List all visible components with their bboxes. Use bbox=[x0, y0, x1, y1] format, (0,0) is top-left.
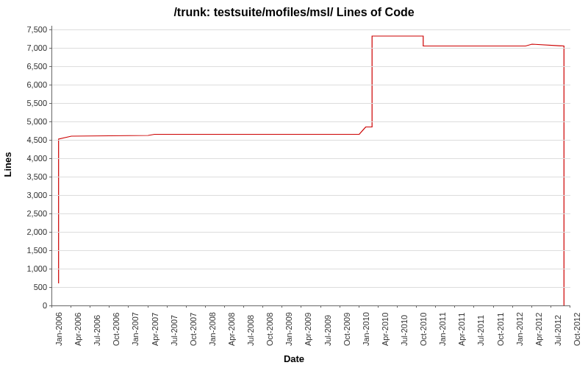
series-line bbox=[59, 36, 564, 305]
x-tick-label: Jul-2006 bbox=[93, 315, 101, 346]
chart-container: /trunk: testsuite/mofiles/msl/ Lines of … bbox=[0, 0, 588, 368]
y-tick-label: 5,500 bbox=[10, 99, 47, 107]
y-tick-mark bbox=[49, 66, 51, 67]
x-tick-label: Jul-2012 bbox=[553, 315, 562, 346]
y-tick-label: 3,000 bbox=[10, 191, 47, 199]
x-tick-mark bbox=[454, 305, 455, 308]
y-tick-mark bbox=[49, 103, 51, 104]
x-tick-mark bbox=[243, 305, 244, 308]
gridline bbox=[52, 103, 570, 104]
x-tick-label: Apr-2009 bbox=[304, 313, 312, 346]
gridline bbox=[52, 158, 570, 159]
x-tick-label: Oct-2010 bbox=[419, 313, 428, 346]
gridline bbox=[52, 177, 570, 177]
x-tick-label: Oct-2006 bbox=[112, 313, 121, 346]
x-tick-mark bbox=[493, 305, 494, 308]
x-tick-label: Jan-2009 bbox=[284, 312, 293, 346]
x-tick-label: Jul-2007 bbox=[170, 315, 179, 346]
gridline bbox=[52, 213, 570, 214]
x-tick-label: Jul-2011 bbox=[476, 315, 485, 346]
x-tick-mark bbox=[186, 305, 187, 308]
y-tick-label: 1,000 bbox=[10, 264, 47, 273]
x-tick-label: Oct-2009 bbox=[343, 313, 351, 346]
y-tick-label: 4,000 bbox=[10, 154, 47, 163]
x-tick-mark bbox=[90, 305, 90, 308]
y-tick-label: 500 bbox=[10, 283, 47, 291]
y-tick-mark bbox=[49, 140, 51, 141]
gridline bbox=[52, 48, 570, 49]
x-tick-mark bbox=[359, 305, 359, 308]
x-tick-label: Oct-2012 bbox=[573, 313, 581, 346]
y-tick-label: 0 bbox=[10, 301, 47, 310]
y-tick-mark bbox=[49, 250, 51, 251]
x-tick-label: Apr-2006 bbox=[74, 313, 82, 346]
x-tick-label: Jan-2006 bbox=[54, 312, 63, 346]
x-tick-label: Apr-2012 bbox=[534, 313, 543, 346]
x-tick-mark bbox=[128, 305, 129, 308]
x-tick-label: Jan-2011 bbox=[438, 312, 447, 346]
y-tick-mark bbox=[49, 158, 51, 159]
gridline bbox=[52, 121, 570, 122]
x-tick-mark bbox=[301, 305, 301, 308]
y-tick-label: 6,000 bbox=[10, 80, 47, 89]
y-tick-label: 7,000 bbox=[10, 43, 47, 52]
x-tick-mark bbox=[282, 305, 282, 308]
x-tick-label: Apr-2007 bbox=[151, 313, 159, 346]
y-tick-mark bbox=[49, 269, 51, 269]
x-tick-mark bbox=[262, 305, 263, 308]
x-tick-mark bbox=[397, 305, 398, 308]
x-tick-label: Jul-2009 bbox=[323, 315, 332, 346]
gridline bbox=[52, 195, 570, 196]
x-tick-label: Oct-2008 bbox=[265, 313, 274, 346]
x-tick-mark bbox=[416, 305, 417, 308]
plot-area bbox=[51, 26, 570, 306]
y-tick-mark bbox=[49, 29, 51, 30]
y-tick-label: 5,000 bbox=[10, 117, 47, 126]
y-tick-label: 7,500 bbox=[10, 25, 47, 34]
x-tick-mark bbox=[51, 305, 52, 308]
gridline bbox=[52, 269, 570, 269]
x-tick-mark bbox=[320, 305, 321, 308]
x-tick-label: Apr-2008 bbox=[227, 313, 236, 346]
x-tick-label: Oct-2007 bbox=[189, 313, 198, 346]
y-tick-mark bbox=[49, 121, 51, 122]
y-tick-mark bbox=[49, 85, 51, 85]
y-tick-label: 2,000 bbox=[10, 227, 47, 236]
y-tick-label: 2,500 bbox=[10, 209, 47, 218]
y-tick-label: 1,500 bbox=[10, 246, 47, 255]
y-tick-label: 6,500 bbox=[10, 62, 47, 71]
y-tick-mark bbox=[49, 195, 51, 196]
x-tick-label: Jan-2007 bbox=[131, 312, 140, 346]
chart-title: /trunk: testsuite/mofiles/msl/ Lines of … bbox=[0, 6, 588, 19]
y-tick-label: 4,500 bbox=[10, 135, 47, 144]
gridline bbox=[52, 66, 570, 67]
x-tick-mark bbox=[570, 305, 570, 308]
x-tick-mark bbox=[109, 305, 110, 308]
line-series bbox=[52, 26, 570, 305]
y-tick-mark bbox=[49, 48, 51, 49]
x-tick-mark bbox=[167, 305, 168, 308]
x-tick-mark bbox=[378, 305, 379, 308]
x-tick-label: Jul-2008 bbox=[246, 315, 255, 346]
x-tick-mark bbox=[340, 305, 340, 308]
x-tick-label: Jul-2010 bbox=[400, 315, 409, 346]
x-tick-mark bbox=[551, 305, 551, 308]
x-tick-mark bbox=[205, 305, 206, 308]
x-tick-label: Apr-2011 bbox=[457, 313, 466, 346]
x-tick-mark bbox=[224, 305, 225, 308]
y-tick-mark bbox=[49, 213, 51, 214]
x-tick-label: Jan-2010 bbox=[362, 312, 370, 346]
x-tick-label: Oct-2011 bbox=[496, 313, 505, 346]
x-tick-mark bbox=[512, 305, 513, 308]
y-tick-mark bbox=[49, 232, 51, 233]
y-tick-label: 3,500 bbox=[10, 172, 47, 181]
x-tick-mark bbox=[148, 305, 148, 308]
gridline bbox=[52, 287, 570, 288]
x-tick-label: Jan-2008 bbox=[208, 312, 217, 346]
x-tick-mark bbox=[473, 305, 474, 308]
gridline bbox=[52, 85, 570, 85]
x-tick-mark bbox=[531, 305, 532, 308]
x-tick-mark bbox=[435, 305, 436, 308]
gridline bbox=[52, 232, 570, 233]
x-tick-mark bbox=[71, 305, 71, 308]
